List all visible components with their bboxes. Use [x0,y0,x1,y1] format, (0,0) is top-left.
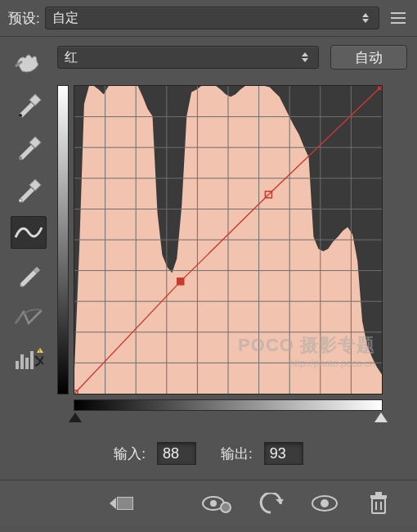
svg-rect-43 [370,495,387,498]
tool-column: ! [5,44,52,376]
smooth-icon[interactable] [11,301,47,334]
stepper-icon [359,9,372,27]
output-field[interactable]: 93 [264,442,303,465]
undo-icon[interactable] [255,488,286,519]
input-field[interactable]: 88 [157,442,196,465]
svg-point-1 [19,114,22,117]
grid-thumb-icon[interactable] [106,488,137,519]
curves-panel: 预设: 自定 红 自动 [0,0,417,532]
stepper-icon [298,48,312,66]
svg-point-38 [221,503,231,512]
svg-point-37 [210,500,217,507]
svg-marker-33 [110,498,116,509]
io-row: 输入: 88 输出: 93 [0,442,417,465]
input-gradient [74,399,383,411]
channel-value: 红 [65,49,78,66]
panel-menu-icon[interactable] [388,8,409,28]
svg-point-5 [19,199,22,202]
eyedropper-gray-icon[interactable] [11,131,47,164]
eyedropper-black-icon[interactable] [11,88,47,121]
svg-rect-35 [118,498,132,509]
hand-icon[interactable] [11,46,47,79]
svg-rect-44 [375,492,382,495]
svg-point-3 [19,156,22,160]
output-gradient [57,85,69,394]
svg-rect-8 [25,358,29,369]
preset-value: 自定 [52,10,78,27]
curve-mode-icon[interactable] [11,216,47,249]
svg-rect-6 [16,361,19,369]
svg-point-41 [321,499,329,507]
preset-row: 预设: 自定 [0,3,417,37]
output-label: 输出: [221,444,253,463]
pencil-mode-icon[interactable] [11,259,47,291]
channel-select[interactable]: 红 [57,46,319,69]
svg-rect-7 [20,354,24,369]
histogram-clip-icon[interactable]: ! [11,344,47,376]
white-point-slider[interactable] [374,413,388,422]
preset-select[interactable]: 自定 [45,7,379,29]
channel-row: 红 自动 [0,37,417,78]
input-label: 输入: [114,444,146,463]
black-point-slider[interactable] [69,413,82,422]
preset-label: 预设: [8,9,40,28]
svg-rect-30 [177,278,184,285]
footer-bar [0,480,417,525]
svg-rect-9 [30,351,34,369]
trash-icon[interactable] [363,488,394,519]
eye-icon[interactable] [309,488,340,519]
eyedropper-white-icon[interactable] [11,174,47,206]
curve-plot[interactable]: POCO 摄影专题 http://photo.poco.cn [74,85,383,394]
svg-rect-42 [372,498,385,513]
auto-button[interactable]: 自动 [330,45,407,70]
eye-mask-icon[interactable] [201,488,232,519]
